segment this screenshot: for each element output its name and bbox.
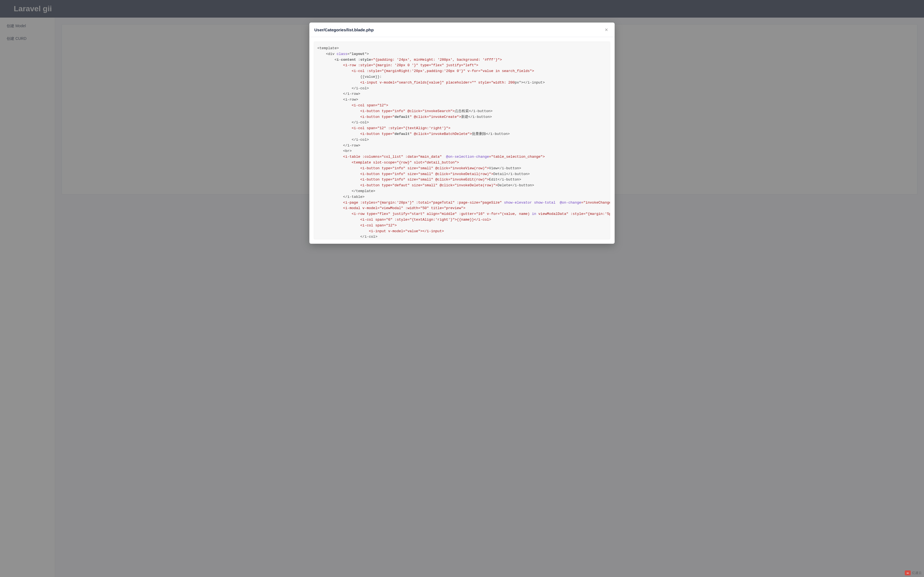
modal-body: <template> <div class="layout"> <i-conte…	[309, 37, 615, 244]
modal-title: User/Categories/list.blade.php	[314, 27, 374, 32]
code-preview[interactable]: <template> <div class="layout"> <i-conte…	[314, 42, 610, 239]
watermark-logo-icon: ∞	[905, 571, 911, 575]
close-icon[interactable]: ×	[603, 26, 610, 33]
file-preview-modal: User/Categories/list.blade.php × <templa…	[309, 23, 615, 244]
watermark: ∞ 亿速云	[905, 571, 922, 575]
modal-overlay[interactable]: User/Categories/list.blade.php × <templa…	[0, 0, 924, 577]
modal-header: User/Categories/list.blade.php ×	[309, 23, 615, 37]
watermark-text: 亿速云	[912, 571, 922, 575]
